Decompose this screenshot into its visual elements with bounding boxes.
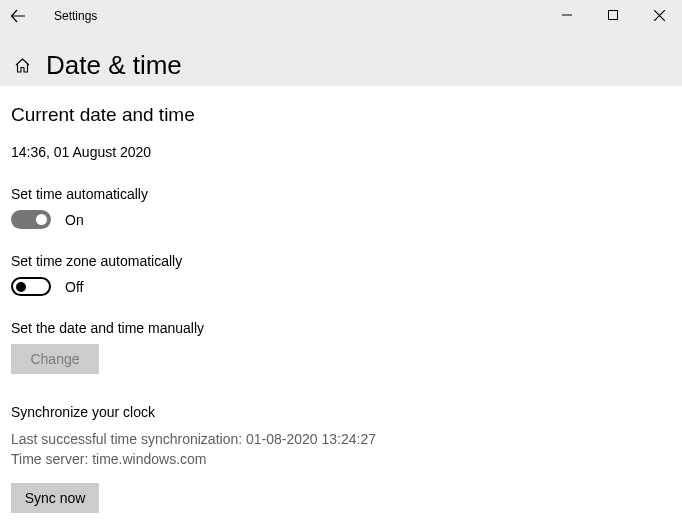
minimize-button[interactable] — [544, 0, 590, 30]
svg-rect-0 — [609, 11, 618, 20]
close-button[interactable] — [636, 0, 682, 30]
sync-last: Last successful time synchronization: 01… — [11, 430, 671, 450]
sync-now-button[interactable]: Sync now — [11, 483, 99, 513]
page-title: Date & time — [46, 50, 182, 81]
manual-button-wrap: Change — [11, 344, 671, 374]
set-tz-auto-toggle[interactable] — [11, 277, 51, 296]
set-time-auto-row: On — [11, 210, 671, 229]
sync-server: Time server: time.windows.com — [11, 450, 671, 470]
set-tz-auto-label: Set time zone automatically — [11, 253, 671, 269]
maximize-icon — [608, 10, 618, 20]
sync-heading: Synchronize your clock — [11, 404, 671, 420]
manual-label: Set the date and time manually — [11, 320, 671, 336]
back-button[interactable] — [0, 0, 36, 32]
titlebar: Settings Date & time — [0, 0, 682, 86]
close-icon — [654, 10, 665, 21]
set-time-auto-toggle[interactable] — [11, 210, 51, 229]
window-controls — [544, 0, 682, 30]
back-arrow-icon — [10, 8, 26, 24]
app-title: Settings — [54, 9, 97, 23]
set-time-auto-label: Set time automatically — [11, 186, 671, 202]
set-tz-auto-state: Off — [65, 279, 83, 295]
change-button[interactable]: Change — [11, 344, 99, 374]
maximize-button[interactable] — [590, 0, 636, 30]
current-datetime: 14:36, 01 August 2020 — [11, 144, 671, 160]
sync-section: Synchronize your clock Last successful t… — [11, 404, 671, 513]
minimize-icon — [562, 10, 572, 20]
content: Current date and time 14:36, 01 August 2… — [0, 86, 682, 513]
set-time-auto-state: On — [65, 212, 84, 228]
set-tz-auto-row: Off — [11, 277, 671, 296]
section-heading: Current date and time — [11, 104, 671, 126]
sync-button-wrap: Sync now — [11, 483, 671, 513]
page-header: Date & time — [0, 32, 682, 81]
home-icon[interactable] — [10, 54, 34, 78]
titlebar-top: Settings — [0, 0, 682, 32]
